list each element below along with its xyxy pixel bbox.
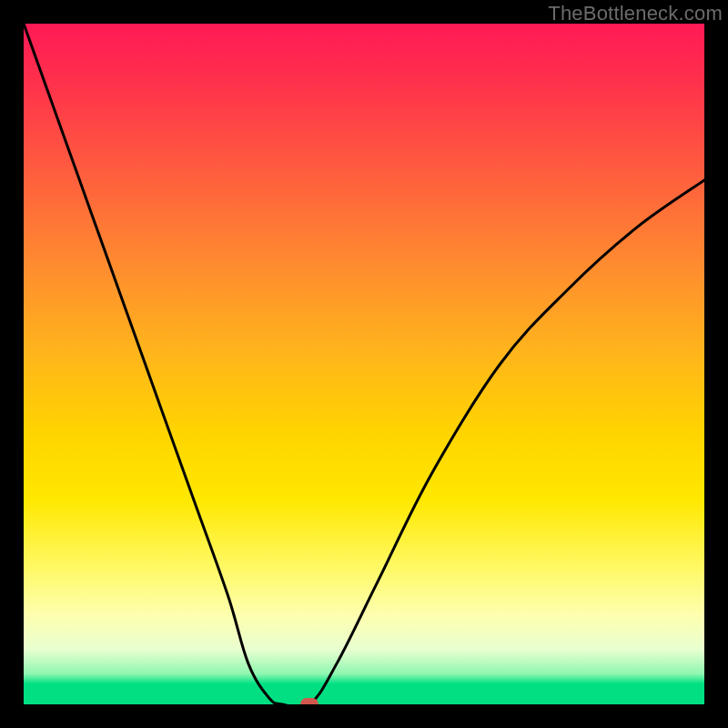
optimum-marker [300, 698, 318, 704]
watermark-text: TheBottleneck.com [548, 2, 723, 25]
bottleneck-curve [24, 24, 704, 704]
plot-area [24, 24, 704, 704]
